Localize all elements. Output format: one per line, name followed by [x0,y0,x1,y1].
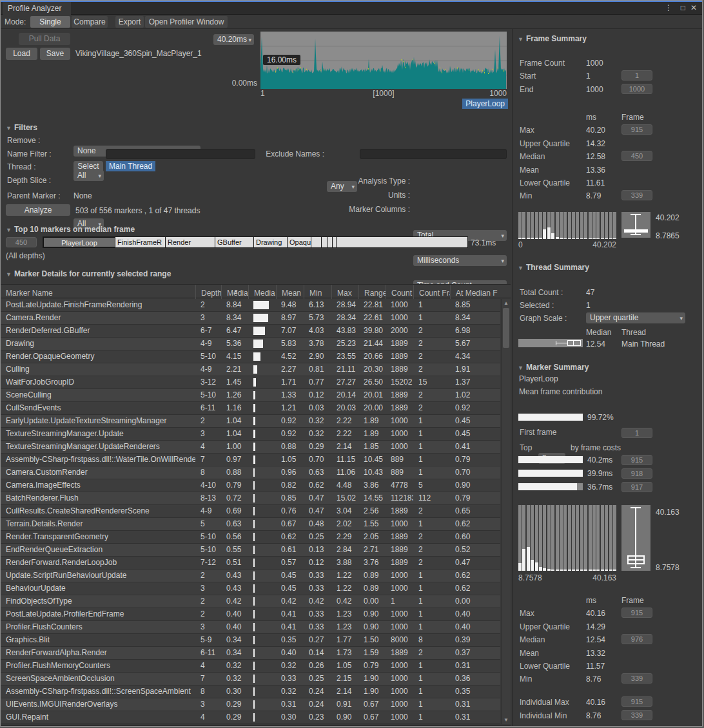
table-row[interactable]: Camera.ImageEffects4-100.790.820.624.483… [1,479,500,492]
top10-segment[interactable]: GBuffer [215,237,254,247]
table-row[interactable]: RenderForwardAlpha.Render6-110.340.400.1… [1,647,500,660]
table-row[interactable]: Assembly-CSharp-firstpass.dll!::WaterTil… [1,454,500,466]
frame-info-frame-badge[interactable]: 1000 [621,84,652,94]
range-dropdown[interactable]: 40.20ms ▾ [213,34,254,45]
maximize-icon[interactable]: □ [681,3,685,13]
frame-stat-frame-badge[interactable]: 915 [621,124,652,135]
table-row[interactable]: ScreenSpaceAmbientOcclusion70.320.330.25… [1,673,500,685]
scrollbar-thumb[interactable] [503,308,509,348]
marker-table-header[interactable]: Marker NameDepthMedia▼MediaMeanMinMaxRan… [1,284,511,298]
table-row[interactable]: Assembly-CSharp-firstpass.dll!::ScreenSp… [1,685,500,698]
column-header-0[interactable]: Marker Name [1,285,195,299]
first-frame-badge[interactable]: 1 [621,428,652,438]
close-icon[interactable]: ✕ [690,3,697,13]
top10-segment[interactable]: Render [166,237,215,247]
median-frame-badge[interactable]: 450 [6,237,37,247]
table-row[interactable]: FindObjectsOfType20.420.420.420.420.0011… [1,595,500,608]
marker-stat-frame-badge[interactable]: 976 [621,634,652,644]
table-row[interactable]: TextureStreamingManager.Update31.040.920… [1,428,500,441]
marker-stat-frame-badge[interactable]: 339 [621,673,652,684]
vertical-scrollbar[interactable]: ▲ ▼ [501,299,511,724]
marker-summary-header[interactable]: ▼Marker Summary [518,363,589,372]
table-row[interactable]: EarlyUpdate.UpdateTextureStreamingManage… [1,415,500,428]
table-row[interactable]: Camera.Render38.348.975.7328.3422.611000… [1,312,500,325]
table-row[interactable]: Profiler.FlushMemoryCounters40.320.320.2… [1,660,500,673]
top10-segment[interactable]: PlayerLoop [43,237,115,247]
table-row[interactable]: Camera.CustomRender80.880.960.6311.0610.… [1,466,500,479]
column-header-1[interactable]: Depth [195,285,221,299]
table-row[interactable]: GUI.Repaint40.290.300.230.900.67100010.3… [1,711,500,724]
table-row[interactable]: WaitForJobGroupID3-121.451.710.7727.2726… [1,376,500,389]
table-row[interactable]: SceneCulling5-101.261.330.1220.1420.0118… [1,389,500,402]
marker-individual-frame-badge[interactable]: 915 [621,696,652,707]
column-header-7[interactable]: Range [358,285,386,299]
frame-cost-badge[interactable]: 917 [621,482,652,492]
table-row[interactable]: Render.TransparentGeometry5-100.560.620.… [1,531,500,544]
column-header-6[interactable]: Max [331,285,358,299]
scroll-up-icon[interactable]: ▲ [502,300,511,306]
frame-time-graph[interactable]: 16.00ms [260,32,507,89]
thread-selected-chip[interactable]: Main Thread [106,161,155,171]
table-row[interactable]: RenderDeferred.GBuffer6-76.477.074.0343.… [1,325,500,338]
name-filter-input[interactable] [106,149,255,159]
top10-segment[interactable] [311,237,322,247]
top10-segment[interactable]: FinishFrameR [115,237,166,247]
frame-cost-badge[interactable]: 918 [621,468,652,479]
load-button[interactable]: Load [6,48,37,60]
top10-segment[interactable] [322,237,328,247]
column-header-3[interactable]: Media [248,285,276,299]
kebab-menu-icon[interactable]: ⋮ [665,3,672,13]
marker-table[interactable]: PostLateUpdate.FinishFrameRendering28.84… [1,299,500,724]
column-header-4[interactable]: Mean [276,285,304,299]
tab-profile-analyzer[interactable]: Profile Analyzer [3,2,71,15]
table-row[interactable]: Graphics.Blit5-90.340.350.271.771.508000… [1,634,500,647]
thread-summary-header[interactable]: ▼Thread Summary [518,263,589,272]
table-row[interactable]: BatchRenderer.Flush8-130.720.850.4715.02… [1,492,500,505]
column-header-2[interactable]: Media▼ [221,285,248,299]
table-row[interactable]: CullResults.CreateSharedRendererScene4-9… [1,505,500,518]
mode-button-single[interactable]: Single [30,16,70,28]
table-row[interactable]: EndRenderQueueExtraction5-100.550.610.13… [1,544,500,557]
table-row[interactable]: Update.ScriptRunBehaviourUpdate20.430.45… [1,570,500,582]
pull-data-button[interactable]: Pull Data [19,33,70,45]
thread-select-button[interactable]: Select [73,161,103,172]
top10-segment[interactable]: Opaqu [288,237,311,247]
column-header-5[interactable]: Min [304,285,331,299]
top10-marker-bar[interactable]: PlayerLoopFinishFrameRRenderGBufferDrawi… [43,236,468,248]
table-row[interactable]: TextureStreamingManager.UpdateRenderers4… [1,441,500,454]
frame-info-frame-badge[interactable]: 1 [621,70,652,81]
top10-segment[interactable] [328,237,333,247]
graph-scale-dropdown[interactable]: Upper quartile▾ [586,312,685,323]
column-header-9[interactable]: Count Fra [413,285,450,299]
top10-section-header[interactable]: ▼Top 10 markers on median frame [6,225,135,234]
exclude-names-input[interactable] [360,149,507,159]
top10-segment[interactable]: Drawing [254,237,288,247]
frame-stat-frame-badge[interactable]: 339 [621,190,652,200]
marker-individual-frame-badge[interactable]: 339 [621,710,652,720]
selected-marker-chip[interactable]: PlayerLoop [462,99,508,109]
frame-summary-header[interactable]: ▼Frame Summary [518,34,587,43]
table-row[interactable]: RenderForward.RenderLoopJob7-120.510.570… [1,557,500,570]
analyze-button[interactable]: Analyze [6,204,70,216]
table-row[interactable]: UIEvents.IMGUIRenderOverlays30.290.310.2… [1,698,500,711]
table-row[interactable]: PostLateUpdate.FinishFrameRendering28.84… [1,299,500,312]
scroll-down-icon[interactable]: ▼ [502,717,511,723]
column-header-10[interactable]: At Median F [450,285,500,299]
filters-section-header[interactable]: ▼Filters [6,123,37,132]
save-button[interactable]: Save [40,48,70,60]
table-row[interactable]: PostLateUpdate.ProfilerEndFrame20.400.41… [1,608,500,621]
horizontal-scrollbar[interactable] [1,725,511,727]
marker-stat-frame-badge[interactable]: 915 [621,608,652,618]
table-row[interactable]: CullSendEvents6-111.161.210.0320.0320.00… [1,402,500,415]
marker-details-section-header[interactable]: ▼Marker Details for currently selected r… [6,269,171,278]
thread-name[interactable]: Main Thread [621,340,665,349]
table-row[interactable]: BehaviourUpdate30.430.450.331.220.891000… [1,582,500,595]
mode-button-open-profiler-window[interactable]: Open Profiler Window [145,16,228,28]
mode-button-export[interactable]: Export [115,16,144,28]
mode-button-compare[interactable]: Compare [72,16,108,28]
table-row[interactable]: Terrain.Details.Render50.630.670.482.021… [1,518,500,531]
frame-stat-frame-badge[interactable]: 450 [621,151,652,161]
table-row[interactable]: Profiler.FlushCounters30.400.410.331.230… [1,621,500,634]
table-row[interactable]: Drawing4-95.365.833.7825.2321.44188925.6… [1,338,500,350]
frame-cost-badge[interactable]: 915 [621,455,652,465]
